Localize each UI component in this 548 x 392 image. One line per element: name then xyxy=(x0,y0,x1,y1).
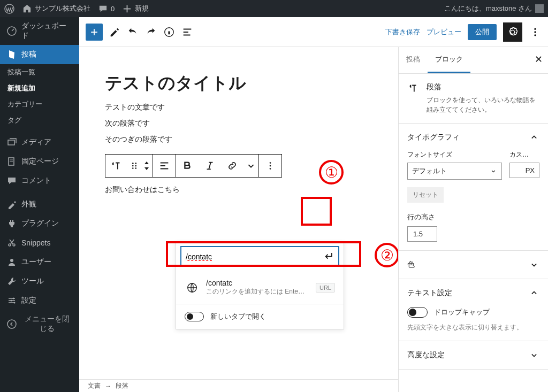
svg-point-4 xyxy=(9,244,11,246)
font-size-label: フォントサイズ xyxy=(407,150,502,159)
suggestion-title: /contatc xyxy=(206,279,309,287)
menu-appearance[interactable]: 外観 xyxy=(0,195,79,214)
editor-canvas: テストのタイトル テストの文章です 次の段落です そのつぎの段落です お問い合わ… xyxy=(79,47,398,379)
paragraph-icon xyxy=(407,82,419,114)
new-tab-row: 新しいタブで開く xyxy=(176,304,344,329)
wp-logo[interactable] xyxy=(4,4,14,14)
paragraph-1[interactable]: テストの文章です xyxy=(79,99,398,116)
menu-posts[interactable]: 投稿 xyxy=(0,45,79,64)
greeting[interactable]: こんにちは、maxstone さん xyxy=(444,4,532,13)
italic-icon[interactable] xyxy=(199,155,221,177)
svg-point-23 xyxy=(270,168,271,170)
paragraph-4[interactable]: お問い合わせはこちら xyxy=(79,178,398,198)
font-size-select[interactable]: デフォルト xyxy=(407,163,502,180)
dropcap-label: ドロップキャップ xyxy=(434,308,490,317)
reset-button[interactable]: リセット xyxy=(407,187,444,203)
svg-rect-2 xyxy=(8,140,14,145)
link-icon[interactable] xyxy=(221,155,243,177)
move-up-down[interactable] xyxy=(141,155,153,177)
add-block-button[interactable]: + xyxy=(86,24,103,41)
breadcrumb-doc[interactable]: 文書 xyxy=(88,381,101,390)
svg-point-8 xyxy=(11,300,12,302)
svg-point-16 xyxy=(135,163,136,164)
inspector-tabs: 投稿 ブロック ✕ xyxy=(399,47,548,74)
link-popover: /contatc このリンクを追加するには Ente… URL 新しいタブで開く xyxy=(176,241,344,329)
posts-tag[interactable]: タグ xyxy=(0,112,79,128)
submit-link-icon[interactable] xyxy=(323,250,334,263)
publish-button[interactable]: 公開 xyxy=(468,24,497,40)
svg-point-13 xyxy=(534,31,536,33)
line-height-input[interactable]: 1.5 xyxy=(407,226,437,242)
annotation-box-1 xyxy=(301,197,332,226)
text-settings-header[interactable]: テキスト設定 xyxy=(407,288,539,298)
chevron-down-icon[interactable] xyxy=(243,155,258,177)
new-tab-toggle[interactable] xyxy=(185,312,204,321)
bold-icon[interactable] xyxy=(176,155,199,177)
dropcap-hint: 先頭文字を大きな表示に切り替えます。 xyxy=(407,323,539,332)
menu-collapse[interactable]: メニューを閉じる xyxy=(0,310,79,338)
breadcrumb-block[interactable]: 段落 xyxy=(116,381,128,390)
undo-icon[interactable] xyxy=(126,26,139,39)
close-inspector-icon[interactable]: ✕ xyxy=(535,53,543,65)
svg-point-9 xyxy=(14,302,16,304)
svg-point-22 xyxy=(270,165,271,167)
menu-users[interactable]: ユーザー xyxy=(0,252,79,272)
paragraph-3[interactable]: そのつぎの段落です xyxy=(79,132,398,148)
menu-dashboard[interactable]: ダッシュボード xyxy=(0,17,79,45)
breadcrumb: 文書 → 段落 xyxy=(79,379,398,392)
info-icon[interactable] xyxy=(163,26,176,39)
comments-link[interactable]: 0 xyxy=(98,4,115,14)
post-title[interactable]: テストのタイトル xyxy=(105,72,372,95)
dropcap-toggle[interactable] xyxy=(407,307,428,318)
menu-pages[interactable]: 固定ページ xyxy=(0,152,79,171)
annotation-number-2: ② xyxy=(375,243,399,267)
site-link[interactable]: サンプル株式会社 xyxy=(22,4,90,14)
svg-point-14 xyxy=(534,34,536,36)
svg-point-10 xyxy=(7,320,16,328)
avatar[interactable] xyxy=(535,4,544,13)
block-type-icon[interactable] xyxy=(105,155,128,177)
menu-tools[interactable]: ツール xyxy=(0,272,79,291)
block-name: 段落 xyxy=(427,82,539,92)
drag-handle-icon[interactable] xyxy=(128,155,141,177)
panel-block-desc: 段落 ブロックを使って、いろいろな物語を組み立ててください。 xyxy=(399,74,548,124)
more-options-icon[interactable] xyxy=(259,155,281,177)
inspector-sidebar: 投稿 ブロック ✕ 段落 ブロックを使って、いろいろな物語を組み立ててください。… xyxy=(398,47,548,392)
tab-post[interactable]: 投稿 xyxy=(399,47,428,73)
new-link[interactable]: 新規 xyxy=(122,4,149,14)
posts-add[interactable]: 新規追加 xyxy=(0,80,79,96)
paragraph-2[interactable]: 次の段落です xyxy=(79,116,398,132)
menu-snippets[interactable]: Snippets xyxy=(0,233,79,252)
link-input-wrapper xyxy=(180,246,339,267)
save-draft-link[interactable]: 下書き保存 xyxy=(385,27,420,37)
menu-plugins[interactable]: プラグイン xyxy=(0,214,79,233)
menu-comments[interactable]: コメント xyxy=(0,171,79,190)
more-menu-icon[interactable] xyxy=(529,26,542,39)
posts-cat[interactable]: カテゴリー xyxy=(0,96,79,112)
panel-color[interactable]: 色 xyxy=(399,251,548,279)
custom-px-input[interactable]: PX xyxy=(509,163,539,178)
link-suggestion[interactable]: /contatc このリンクを追加するには Ente… URL xyxy=(176,271,344,304)
align-icon[interactable] xyxy=(153,155,176,177)
url-tag: URL xyxy=(316,283,335,293)
menu-media[interactable]: メディア xyxy=(0,133,79,152)
typography-header[interactable]: タイポグラフィ xyxy=(407,132,539,143)
svg-point-18 xyxy=(135,165,136,167)
posts-all[interactable]: 投稿一覧 xyxy=(0,64,79,80)
block-hint: ブロックを使って、いろいろな物語を組み立ててください。 xyxy=(427,95,539,114)
svg-point-6 xyxy=(10,259,13,262)
redo-icon[interactable] xyxy=(144,26,157,39)
settings-button[interactable] xyxy=(503,22,522,42)
admin-menu: ダッシュボード 投稿 投稿一覧 新規追加 カテゴリー タグ メディア 固定ページ… xyxy=(0,17,79,392)
link-url-input[interactable] xyxy=(186,252,323,261)
panel-advanced[interactable]: 高度な設定 xyxy=(399,341,548,370)
preview-link[interactable]: プレビュー xyxy=(427,27,461,37)
svg-point-12 xyxy=(534,28,536,29)
tab-block[interactable]: ブロック xyxy=(428,47,470,73)
edit-mode-icon[interactable] xyxy=(108,26,121,39)
menu-settings[interactable]: 設定 xyxy=(0,291,79,310)
svg-point-19 xyxy=(132,167,134,169)
outline-icon[interactable] xyxy=(181,26,194,39)
svg-point-20 xyxy=(135,167,136,169)
panel-typography: タイポグラフィ フォントサイズ デフォルト カス… PX リセット 行の高さ 1… xyxy=(399,124,548,251)
